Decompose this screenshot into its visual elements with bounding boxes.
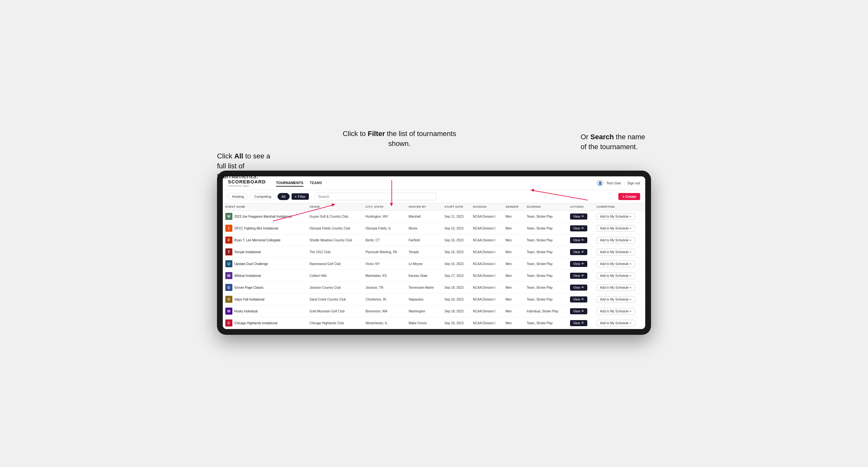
view-button-9[interactable]: View 👁 bbox=[570, 320, 588, 326]
cell-actions-1: View 👁 bbox=[567, 222, 594, 234]
cell-city-state-5: Manhattan, KS bbox=[363, 270, 406, 282]
cell-start-date-7: Sep 18, 2023 bbox=[442, 293, 470, 305]
cell-venue-7: Sand Creek Country Club bbox=[307, 293, 363, 305]
cell-event-name-4: U Upstate Dual Challenge bbox=[223, 258, 307, 270]
logo-subtitle: Powered by clippd bbox=[228, 184, 266, 187]
event-name-text-2: Ryan T. Lee Memorial Collegiate bbox=[234, 239, 280, 242]
cell-start-date-9: Sep 18, 2023 bbox=[442, 317, 470, 329]
view-button-4[interactable]: View 👁 bbox=[570, 261, 588, 267]
sign-out-link[interactable]: Sign out bbox=[627, 181, 640, 185]
cell-division-1: NCAA Division I bbox=[470, 222, 503, 234]
event-name-text-4: Upstate Dual Challenge bbox=[234, 262, 268, 266]
cell-hosted-by-9: Wake Forest bbox=[406, 317, 442, 329]
add-schedule-button-5[interactable]: Add to My Schedule + bbox=[597, 272, 635, 279]
cell-competing-9: Add to My Schedule + bbox=[594, 317, 645, 329]
team-logo-6: G bbox=[225, 284, 232, 291]
nav-tournaments[interactable]: TOURNAMENTS bbox=[276, 180, 303, 187]
tab-competing[interactable]: Competing bbox=[250, 193, 275, 200]
view-button-7[interactable]: View 👁 bbox=[570, 297, 588, 303]
team-logo-8: W bbox=[225, 308, 232, 315]
view-button-0[interactable]: View 👁 bbox=[570, 214, 588, 220]
table-row: G Grover Page Classic Jackson Country Cl… bbox=[223, 282, 645, 293]
cell-city-state-7: Chesterton, IN bbox=[363, 293, 406, 305]
cell-gender-5: Men bbox=[503, 270, 524, 282]
tab-all[interactable]: All bbox=[278, 193, 290, 200]
view-button-2[interactable]: View 👁 bbox=[570, 237, 588, 243]
col-division: DIVISION bbox=[470, 203, 503, 211]
add-schedule-button-3[interactable]: Add to My Schedule + bbox=[597, 249, 635, 255]
cell-event-name-1: I OFCC Fighting Illini Invitational bbox=[223, 222, 307, 234]
eye-icon-4: 👁 bbox=[581, 262, 584, 266]
team-logo-1: I bbox=[225, 225, 232, 232]
cell-city-state-2: Berlin, CT bbox=[363, 234, 406, 246]
cell-start-date-3: Sep 16, 2023 bbox=[442, 246, 470, 258]
nav-teams[interactable]: TEAMS bbox=[310, 180, 322, 187]
col-hosted-by: HOSTED BY bbox=[406, 203, 442, 211]
view-button-8[interactable]: View 👁 bbox=[570, 308, 588, 314]
cell-scoring-3: Team, Stroke Play bbox=[524, 246, 567, 258]
cell-venue-8: Gold Mountain Golf Club bbox=[307, 305, 363, 317]
cell-hosted-by-5: Kansas State bbox=[406, 270, 442, 282]
filter-label: Filter bbox=[298, 195, 306, 198]
cell-city-state-0: Huntington, WV bbox=[363, 211, 406, 222]
cell-venue-1: Olympia Fields Country Club bbox=[307, 222, 363, 234]
add-schedule-button-7[interactable]: Add to My Schedule + bbox=[597, 296, 635, 303]
nav-links: TOURNAMENTS TEAMS bbox=[276, 180, 589, 187]
cell-scoring-1: Team, Stroke Play bbox=[524, 222, 567, 234]
table-row: T Temple Invitational The 1912 Club Plym… bbox=[223, 246, 645, 258]
cell-scoring-2: Team, Stroke Play bbox=[524, 234, 567, 246]
add-schedule-button-2[interactable]: Add to My Schedule + bbox=[597, 237, 635, 244]
team-logo-5: W bbox=[225, 272, 232, 279]
cell-venue-5: Colbert Hills bbox=[307, 270, 363, 282]
add-schedule-button-8[interactable]: Add to My Schedule + bbox=[597, 308, 635, 315]
cell-division-4: NCAA Division I bbox=[470, 258, 503, 270]
annotation-center: Click to Filter the list of tournaments … bbox=[339, 129, 460, 149]
add-schedule-button-1[interactable]: Add to My Schedule + bbox=[597, 225, 635, 232]
cell-gender-2: Men bbox=[503, 234, 524, 246]
view-button-3[interactable]: View 👁 bbox=[570, 249, 588, 255]
cell-competing-0: Add to My Schedule + bbox=[594, 211, 645, 222]
annotation-left: Click All to see a full list of tourname… bbox=[217, 151, 278, 181]
cell-gender-6: Men bbox=[503, 282, 524, 293]
cell-division-8: NCAA Division I bbox=[470, 305, 503, 317]
cell-scoring-7: Team, Stroke Play bbox=[524, 293, 567, 305]
cell-actions-3: View 👁 bbox=[567, 246, 594, 258]
create-button[interactable]: + Create bbox=[618, 193, 640, 200]
cell-city-state-9: Westchester, IL bbox=[363, 317, 406, 329]
cell-event-name-9: C Chicago Highlands Invitational bbox=[223, 317, 307, 329]
team-logo-2: F bbox=[225, 237, 232, 244]
cell-actions-4: View 👁 bbox=[567, 258, 594, 270]
cell-venue-9: Chicago Highlands Club bbox=[307, 317, 363, 329]
add-schedule-button-0[interactable]: Add to My Schedule + bbox=[597, 213, 635, 220]
cell-hosted-by-7: Valparaiso bbox=[406, 293, 442, 305]
cell-venue-3: The 1912 Club bbox=[307, 246, 363, 258]
cell-scoring-8: Individual, Stroke Play bbox=[524, 305, 567, 317]
tablet-frame: SCOREBOARD Powered by clippd TOURNAMENTS… bbox=[217, 170, 651, 335]
view-button-1[interactable]: View 👁 bbox=[570, 225, 588, 231]
col-start-date: START DATE bbox=[442, 203, 470, 211]
cell-venue-2: Shuttle Meadow Country Club bbox=[307, 234, 363, 246]
add-schedule-button-9[interactable]: Add to My Schedule + bbox=[597, 320, 635, 326]
cell-start-date-4: Sep 16, 2023 bbox=[442, 258, 470, 270]
team-logo-3: T bbox=[225, 248, 232, 255]
cell-competing-5: Add to My Schedule + bbox=[594, 270, 645, 282]
cell-scoring-9: Team, Stroke Play bbox=[524, 317, 567, 329]
table-row: F Ryan T. Lee Memorial Collegiate Shuttl… bbox=[223, 234, 645, 246]
tab-hosting[interactable]: Hosting bbox=[228, 193, 248, 200]
search-input[interactable] bbox=[315, 193, 436, 200]
add-schedule-button-6[interactable]: Add to My Schedule + bbox=[597, 284, 635, 291]
user-name: Test User bbox=[606, 181, 621, 185]
cell-event-name-5: W Wildcat Invitational bbox=[223, 270, 307, 282]
add-schedule-button-4[interactable]: Add to My Schedule + bbox=[597, 260, 635, 267]
cell-division-6: NCAA Division I bbox=[470, 282, 503, 293]
avatar: 👤 bbox=[597, 180, 603, 187]
view-button-6[interactable]: View 👁 bbox=[570, 285, 588, 291]
cell-city-state-8: Bremerton, WA bbox=[363, 305, 406, 317]
view-button-5[interactable]: View 👁 bbox=[570, 273, 588, 279]
cell-scoring-6: Team, Stroke Play bbox=[524, 282, 567, 293]
filter-button[interactable]: ≡ Filter bbox=[291, 193, 309, 200]
col-gender: GENDER bbox=[503, 203, 524, 211]
cell-city-state-4: Victor, NY bbox=[363, 258, 406, 270]
cell-event-name-0: M 2023 Joe Feaganes Marshall Invitationa… bbox=[223, 211, 307, 222]
eye-icon-8: 👁 bbox=[581, 310, 584, 313]
